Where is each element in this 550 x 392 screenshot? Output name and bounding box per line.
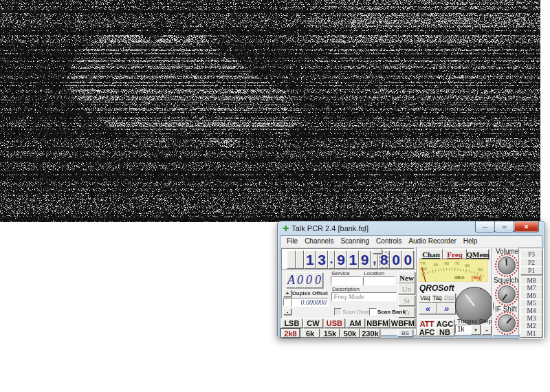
duplex-minus-button[interactable]: - xyxy=(283,308,292,315)
freq-digit[interactable]: 9 xyxy=(335,250,346,269)
tab-qmem[interactable]: QMem xyxy=(467,249,489,259)
scan-bank-label: Scan Bank xyxy=(377,309,406,315)
duplex-offset-label: Duplex Offset xyxy=(292,290,328,296)
mode-cw[interactable]: CW xyxy=(303,318,323,328)
menu-help[interactable]: Help xyxy=(460,237,481,246)
caption-buttons: — ▭ ✕ xyxy=(476,221,539,232)
menu-audio-recorder[interactable]: Audio Recorder xyxy=(405,237,459,246)
filter-row: 2k8 6k 15k 50k 230k BS xyxy=(281,329,415,338)
duplex-checkbox[interactable] xyxy=(283,298,291,306)
service-input[interactable] xyxy=(331,276,362,285)
volume-knob[interactable] xyxy=(495,254,518,277)
desktop: ✚ Talk PCR 2.4 [bank.fql] — ▭ ✕ File Cha… xyxy=(0,0,550,392)
client-area: File Channels Scanning Controls Audio Re… xyxy=(280,235,542,336)
description-input[interactable] xyxy=(331,292,397,301)
chevron-down-icon: ▼ xyxy=(474,328,478,332)
filter-50k[interactable]: 50k xyxy=(340,329,360,338)
dsp-button[interactable]: Dsp xyxy=(443,293,456,303)
svg-text:-70: -70 xyxy=(454,261,459,265)
maximize-icon: ▭ xyxy=(502,224,507,230)
taq-button[interactable]: Taq xyxy=(431,293,443,303)
freq-digit[interactable] xyxy=(287,250,296,269)
svg-text:-80: -80 xyxy=(443,261,449,265)
tab-freq[interactable]: Freq xyxy=(443,249,467,259)
duplex-plus-button[interactable]: + xyxy=(283,290,292,297)
tab-chan[interactable]: Chan xyxy=(419,249,443,259)
svg-text:-50: -50 xyxy=(477,268,483,272)
filter-230k[interactable]: 230k xyxy=(360,329,380,338)
freq-digit[interactable]: 3 xyxy=(316,250,327,269)
st-button[interactable]: St xyxy=(398,295,415,306)
close-icon: ✕ xyxy=(524,224,529,230)
afc-button[interactable]: AFC xyxy=(418,327,436,336)
filter-2k8[interactable]: 2k8 xyxy=(281,329,300,338)
main-panel: 1 3 . 9 1 9 , 8 0 0 A 0 0 0 xyxy=(281,247,541,334)
freq-digit[interactable] xyxy=(296,250,305,269)
freq-digit[interactable]: 9 xyxy=(359,250,371,269)
bs-button[interactable]: BS xyxy=(397,329,413,337)
m1-button[interactable]: M1 xyxy=(520,329,542,338)
freq-digit[interactable]: 0 xyxy=(402,250,414,269)
mode-nbfm[interactable]: NBFM xyxy=(366,318,390,328)
divider xyxy=(492,248,493,338)
menu-controls[interactable]: Controls xyxy=(373,237,405,246)
svg-text:[Sig]: [Sig] xyxy=(472,275,481,281)
mode-lsb[interactable]: LSB xyxy=(281,318,302,328)
svg-text:-100: -100 xyxy=(419,267,427,271)
tuning-step-label: Tuning Step xyxy=(457,317,492,325)
step-up-button[interactable]: » xyxy=(437,303,456,314)
svg-text:TR: TR xyxy=(420,261,426,265)
mode-wbfm[interactable]: WBFM xyxy=(390,318,415,328)
location-input[interactable] xyxy=(363,276,395,285)
tuning-step-select[interactable]: 1k xyxy=(455,325,471,334)
duplex-offset-value[interactable]: 0.000000 xyxy=(291,298,329,307)
channel-panel: A 0 0 0 Service Location Description New… xyxy=(281,269,416,319)
if-shift-knob[interactable] xyxy=(495,312,518,335)
minimize-icon: — xyxy=(483,224,487,229)
channel-cell[interactable]: 0 xyxy=(313,272,323,288)
vaq-button[interactable]: Vaq xyxy=(419,293,432,303)
scan-bank-checkbox[interactable] xyxy=(369,308,377,316)
menu-scanning[interactable]: Scanning xyxy=(337,237,373,246)
window-title: Talk PCR 2.4 [bank.fql] xyxy=(292,224,368,232)
tuning-step-dropdown-button[interactable]: ▼ xyxy=(471,325,481,335)
freq-digit[interactable]: 0 xyxy=(390,250,402,269)
step-down-button[interactable]: « xyxy=(419,303,437,314)
svg-text:-90: -90 xyxy=(432,263,438,267)
scan-chan-checkbox[interactable] xyxy=(334,308,342,316)
signal-meter: TR -100 -90 -80 -70 -60 -50 dBm [Sig] xyxy=(419,259,488,282)
freq-digit[interactable]: 1 xyxy=(304,250,316,269)
menu-file[interactable]: File xyxy=(283,237,301,246)
new-button[interactable]: New xyxy=(398,272,415,283)
p1-button[interactable]: P1 xyxy=(520,266,542,275)
squelch-knob[interactable] xyxy=(495,283,518,306)
static-noise-image xyxy=(0,0,540,222)
scan-chan-label: Scan Chan xyxy=(342,309,370,315)
freq-digit[interactable]: 1 xyxy=(347,250,359,269)
digit-spinner[interactable] xyxy=(373,249,382,254)
mode-usb[interactable]: USB xyxy=(324,318,345,328)
tuning-minus-button[interactable]: - xyxy=(482,325,492,335)
mode-am[interactable]: AM xyxy=(346,318,365,328)
app-icon: ✚ xyxy=(283,225,289,232)
service-label: Service xyxy=(331,270,350,276)
maximize-button[interactable]: ▭ xyxy=(494,221,514,232)
filter-6k[interactable]: 6k xyxy=(300,329,320,338)
mode-row: LSB CW USB AM NBFM WBFM xyxy=(281,318,415,328)
freq-separator: . xyxy=(328,250,336,269)
divider xyxy=(416,248,417,338)
nb-button[interactable]: NB xyxy=(435,327,454,336)
svg-text:-60: -60 xyxy=(464,263,470,268)
menu-channels[interactable]: Channels xyxy=(301,237,337,246)
minimize-button[interactable]: — xyxy=(475,221,495,232)
menu-bar: File Channels Scanning Controls Audio Re… xyxy=(280,236,542,246)
brand-label: QROSoft xyxy=(419,283,454,293)
filter-15k[interactable]: 15k xyxy=(320,329,340,338)
close-button[interactable]: ✕ xyxy=(514,221,539,232)
memory-buttons-panel: P3 P2 P1 M8 M7 M6 M5 M4 M3 M2 M1 xyxy=(518,248,544,339)
description-label: Description xyxy=(332,286,360,292)
svg-text:dBm: dBm xyxy=(454,275,465,280)
frequency-display: 1 3 . 9 1 9 , 8 0 0 xyxy=(281,248,415,270)
location-label: Location xyxy=(364,270,384,276)
un-button[interactable]: Un xyxy=(398,283,415,294)
